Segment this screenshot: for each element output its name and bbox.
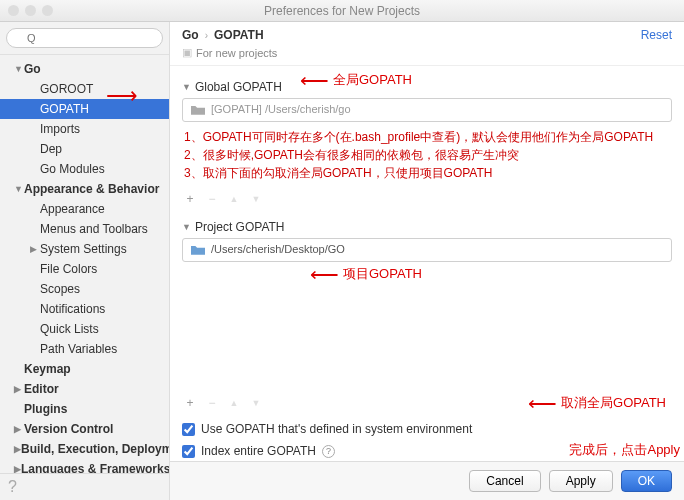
remove-button[interactable]: − bbox=[204, 192, 220, 206]
sidebar-item-imports[interactable]: Imports bbox=[0, 119, 169, 139]
folder-icon bbox=[191, 104, 205, 115]
sidebar-item-plugins[interactable]: Plugins bbox=[0, 399, 169, 419]
use-env-gopath-row: Use GOPATH that's defined in system envi… bbox=[182, 418, 672, 440]
sidebar-item-label: Menus and Toolbars bbox=[40, 222, 148, 236]
sidebar-item-keymap[interactable]: Keymap bbox=[0, 359, 169, 379]
traffic-lights bbox=[8, 5, 53, 16]
breadcrumb: Go › GOPATH Reset bbox=[170, 22, 684, 44]
search-container bbox=[0, 22, 169, 55]
up-button[interactable]: ▲ bbox=[226, 398, 242, 408]
sidebar-item-quick-lists[interactable]: Quick Lists bbox=[0, 319, 169, 339]
sidebar-item-label: System Settings bbox=[40, 242, 127, 256]
list-item[interactable]: /Users/cherish/Desktop/GO bbox=[183, 239, 671, 259]
sidebar-item-label: Editor bbox=[24, 382, 59, 396]
sidebar-item-dep[interactable]: Dep bbox=[0, 139, 169, 159]
sidebar-item-menus-and-toolbars[interactable]: Menus and Toolbars bbox=[0, 219, 169, 239]
chevron-right-icon: › bbox=[205, 30, 208, 41]
remove-button[interactable]: − bbox=[204, 396, 220, 410]
chevron-down-icon: ▼ bbox=[14, 64, 24, 74]
sidebar-item-scopes[interactable]: Scopes bbox=[0, 279, 169, 299]
annotation-notes: 1、GOPATH可同时存在多个(在.bash_profile中查看)，默认会使用… bbox=[182, 124, 672, 190]
help-icon[interactable]: ? bbox=[322, 445, 335, 458]
sidebar-item-label: GOROOT bbox=[40, 82, 93, 96]
chevron-right-icon: ▶ bbox=[14, 424, 24, 434]
project-gopath-list[interactable]: /Users/cherish/Desktop/GO bbox=[182, 238, 672, 262]
ok-button[interactable]: OK bbox=[621, 470, 672, 492]
sidebar-item-label: Imports bbox=[40, 122, 80, 136]
list-item[interactable]: [GOPATH] /Users/cherish/go bbox=[183, 99, 671, 119]
project-list-toolbar: + − ▲ ▼ bbox=[182, 394, 672, 418]
use-env-gopath-checkbox[interactable] bbox=[182, 423, 195, 436]
sidebar-item-gopath[interactable]: GOPATH bbox=[0, 99, 169, 119]
settings-tree[interactable]: ▼GoGOROOTGOPATHImportsDepGo Modules▼Appe… bbox=[0, 55, 169, 473]
chevron-right-icon: ▶ bbox=[14, 444, 21, 454]
project-gopath-section[interactable]: ▼ Project GOPATH bbox=[182, 220, 672, 234]
down-button[interactable]: ▼ bbox=[248, 194, 264, 204]
content-pane: ⟵ 全局GOPATH ▼ Global GOPATH [GOPATH] /Use… bbox=[170, 66, 684, 461]
sidebar-item-go[interactable]: ▼Go bbox=[0, 59, 169, 79]
chevron-right-icon: ▶ bbox=[30, 244, 40, 254]
sidebar-item-label: Go bbox=[24, 62, 41, 76]
chevron-down-icon: ▼ bbox=[182, 82, 191, 92]
subtitle: ▣ For new projects bbox=[170, 44, 684, 66]
sidebar-item-path-variables[interactable]: Path Variables bbox=[0, 339, 169, 359]
main-panel: Go › GOPATH Reset ▣ For new projects ⟵ 全… bbox=[170, 22, 684, 500]
sidebar-item-label: Languages & Frameworks bbox=[21, 462, 169, 473]
sidebar-item-label: Appearance & Behavior bbox=[24, 182, 159, 196]
breadcrumb-root: Go bbox=[182, 28, 199, 42]
apply-button[interactable]: Apply bbox=[549, 470, 613, 492]
add-button[interactable]: + bbox=[182, 192, 198, 206]
add-button[interactable]: + bbox=[182, 396, 198, 410]
global-list-toolbar: + − ▲ ▼ bbox=[182, 190, 672, 214]
sidebar-item-label: Build, Execution, Deployment bbox=[21, 442, 169, 456]
sidebar-item-build-execution-deployment[interactable]: ▶Build, Execution, Deployment bbox=[0, 439, 169, 459]
sidebar-item-label: Quick Lists bbox=[40, 322, 99, 336]
search-input[interactable] bbox=[6, 28, 163, 48]
sidebar-item-version-control[interactable]: ▶Version Control bbox=[0, 419, 169, 439]
sidebar-item-goroot[interactable]: GOROOT bbox=[0, 79, 169, 99]
sidebar-item-label: Version Control bbox=[24, 422, 113, 436]
sidebar-item-label: Scopes bbox=[40, 282, 80, 296]
sidebar-item-file-colors[interactable]: File Colors bbox=[0, 259, 169, 279]
chevron-down-icon: ▼ bbox=[182, 222, 191, 232]
cancel-button[interactable]: Cancel bbox=[469, 470, 540, 492]
sidebar-item-appearance[interactable]: Appearance bbox=[0, 199, 169, 219]
sidebar-item-label: File Colors bbox=[40, 262, 97, 276]
help-icon[interactable]: ? bbox=[0, 473, 169, 500]
sidebar-item-system-settings[interactable]: ▶System Settings bbox=[0, 239, 169, 259]
titlebar: Preferences for New Projects bbox=[0, 0, 684, 22]
sidebar: ▼GoGOROOTGOPATHImportsDepGo Modules▼Appe… bbox=[0, 22, 170, 500]
sidebar-item-label: Appearance bbox=[40, 202, 105, 216]
reset-link[interactable]: Reset bbox=[641, 28, 672, 42]
sidebar-item-notifications[interactable]: Notifications bbox=[0, 299, 169, 319]
window-title: Preferences for New Projects bbox=[264, 4, 420, 18]
global-gopath-section[interactable]: ▼ Global GOPATH bbox=[182, 80, 672, 94]
chevron-right-icon: ▶ bbox=[14, 384, 24, 394]
project-icon: ▣ bbox=[182, 46, 192, 59]
sidebar-item-label: Keymap bbox=[24, 362, 71, 376]
index-entire-gopath-checkbox[interactable] bbox=[182, 445, 195, 458]
sidebar-item-label: Go Modules bbox=[40, 162, 105, 176]
sidebar-item-go-modules[interactable]: Go Modules bbox=[0, 159, 169, 179]
sidebar-item-languages-frameworks[interactable]: ▶Languages & Frameworks bbox=[0, 459, 169, 473]
folder-icon bbox=[191, 244, 205, 255]
global-gopath-list[interactable]: [GOPATH] /Users/cherish/go bbox=[182, 98, 672, 122]
sidebar-item-label: Notifications bbox=[40, 302, 105, 316]
index-entire-gopath-row: Index entire GOPATH ? bbox=[182, 440, 672, 461]
sidebar-item-label: GOPATH bbox=[40, 102, 89, 116]
dialog-footer: Cancel Apply OK bbox=[170, 461, 684, 500]
sidebar-item-label: Path Variables bbox=[40, 342, 117, 356]
up-button[interactable]: ▲ bbox=[226, 194, 242, 204]
sidebar-item-label: Plugins bbox=[24, 402, 67, 416]
down-button[interactable]: ▼ bbox=[248, 398, 264, 408]
sidebar-item-appearance-behavior[interactable]: ▼Appearance & Behavior bbox=[0, 179, 169, 199]
chevron-down-icon: ▼ bbox=[14, 184, 24, 194]
chevron-right-icon: ▶ bbox=[14, 464, 21, 473]
sidebar-item-editor[interactable]: ▶Editor bbox=[0, 379, 169, 399]
sidebar-item-label: Dep bbox=[40, 142, 62, 156]
breadcrumb-current: GOPATH bbox=[214, 28, 264, 42]
